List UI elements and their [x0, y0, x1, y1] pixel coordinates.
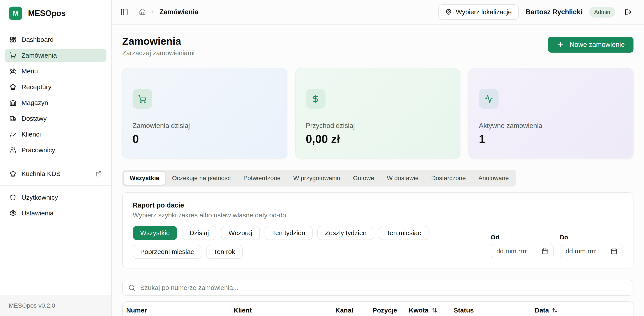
select-location-button[interactable]: Wybierz lokalizacje [438, 5, 519, 20]
range-this-month-button[interactable]: Ten miesiac [379, 226, 428, 240]
sort-arrows-icon [432, 307, 437, 313]
tab-delivered[interactable]: Dostarczone [426, 172, 472, 185]
stat-icon-box [479, 89, 498, 109]
range-all-button[interactable]: Wszystkie [133, 226, 177, 240]
breadcrumb-current: Zamówienia [160, 8, 198, 16]
date-from-label: Od [491, 234, 554, 241]
tab-in-delivery[interactable]: W dostawie [381, 172, 424, 185]
sidebar-item-users[interactable]: Uzytkownicy [5, 191, 106, 204]
stat-label: Zamowienia dzisiaj [132, 122, 277, 130]
shopping-cart-icon [138, 94, 147, 103]
calendar-icon[interactable] [542, 248, 548, 254]
search-icon [128, 284, 135, 291]
plus-icon [557, 41, 564, 49]
tab-in-preparation[interactable]: W przygotowaniu [288, 172, 346, 185]
sidebar-toggle-button[interactable] [118, 6, 130, 19]
warehouse-icon [10, 100, 16, 106]
orders-table-header: Numer Klient Kanal Pozycje Kwota Status … [123, 302, 633, 316]
dollar-icon [311, 94, 320, 103]
sidebar-item-deliveries[interactable]: Dostawy [5, 112, 106, 125]
logout-button[interactable] [622, 6, 635, 19]
tab-confirmed[interactable]: Potwierdzone [238, 172, 286, 185]
range-this-week-button[interactable]: Ten tydzien [264, 226, 313, 240]
shield-icon [10, 194, 16, 201]
date-to-input[interactable]: dd.mm.rrrr [560, 244, 623, 258]
chef-hat-icon [10, 84, 16, 90]
date-from-input[interactable]: dd.mm.rrrr [491, 244, 554, 258]
sidebar-item-label: Klienci [22, 131, 41, 138]
sidebar-item-orders[interactable]: Zamówienia [5, 49, 106, 62]
sidebar-item-warehouse[interactable]: Magazyn [5, 96, 106, 110]
sidebar-item-label: Menu [22, 68, 38, 75]
column-header-date-sort[interactable]: Data [535, 306, 630, 314]
column-header-label: Data [535, 306, 549, 314]
tab-ready[interactable]: Gotowe [348, 172, 380, 185]
quick-range-buttons: Wszystkie Dzisiaj Wczoraj Ten tydzien Ze… [133, 226, 483, 259]
app-logo: M [9, 7, 22, 20]
report-subtitle: Wybierz szybki zakres albo ustaw wlasne … [133, 211, 483, 219]
page-title: Zamowienia [122, 35, 194, 47]
sidebar: M MESOpos Dashboard Zamówienia Menu Rece… [0, 0, 112, 316]
sidebar-item-label: Pracownicy [22, 146, 55, 154]
column-header-label: Kwota [409, 306, 428, 314]
truck-icon [10, 115, 16, 122]
stat-card-active-orders: Aktywne zamowienia 1 [468, 68, 634, 158]
sidebar-item-dashboard[interactable]: Dashboard [5, 33, 106, 47]
sidebar-item-employees[interactable]: Pracownicy [5, 143, 106, 157]
date-from-group: Od dd.mm.rrrr [491, 234, 554, 258]
order-search-bar [122, 280, 634, 296]
gear-icon [10, 210, 16, 216]
sort-arrows-icon [552, 307, 558, 313]
utensils-crossed-icon [10, 68, 16, 75]
sidebar-item-label: Receptury [22, 83, 52, 91]
column-header-items: Pozycje [372, 306, 409, 314]
sidebar-item-settings[interactable]: Ustawienia [5, 206, 106, 220]
select-location-label: Wybierz lokalizacje [456, 8, 512, 16]
chevron-right-icon [150, 9, 156, 15]
sidebar-item-recipes[interactable]: Receptury [5, 80, 106, 94]
tab-all[interactable]: Wszystkie [124, 172, 165, 185]
sidebar-item-label: Dashboard [22, 36, 54, 43]
date-to-group: Do dd.mm.rrrr [560, 234, 623, 258]
stat-label: Aktywne zamowienia [479, 122, 623, 130]
new-order-button[interactable]: Nowe zamowienie [548, 37, 634, 53]
chef-hat-icon [10, 170, 16, 177]
column-header-number: Numer [126, 306, 234, 314]
activity-icon [484, 94, 493, 103]
page-subtitle: Zarzadzaj zamowieniami [122, 49, 194, 57]
sidebar-divider [0, 185, 111, 186]
sidebar-item-label: Magazyn [22, 99, 48, 107]
column-header-status: Status [454, 306, 535, 314]
sidebar-item-kitchen-kds[interactable]: Kuchnia KDS [5, 167, 106, 181]
report-title: Raport po dacie [133, 201, 483, 209]
sidebar-item-menu[interactable]: Menu [5, 65, 106, 78]
topbar-separator [133, 7, 133, 17]
range-today-button[interactable]: Dzisiaj [182, 226, 216, 240]
range-yesterday-button[interactable]: Wczoraj [221, 226, 260, 240]
orders-table: Numer Klient Kanal Pozycje Kwota Status … [122, 301, 634, 316]
range-previous-month-button[interactable]: Poprzedni miesiac [133, 245, 201, 259]
tab-awaiting-payment[interactable]: Oczekuje na płatność [166, 172, 236, 185]
page-title-block: Zamowienia Zarzadzaj zamowieniami [122, 34, 194, 57]
date-to-label: Do [560, 234, 623, 241]
range-last-week-button[interactable]: Zeszly tydzien [318, 226, 374, 240]
sidebar-item-customers[interactable]: Klienci [5, 128, 106, 141]
sidebar-nav: Dashboard Zamówienia Menu Receptury Maga… [0, 27, 111, 295]
new-order-label: Nowe zamowienie [570, 41, 625, 49]
range-this-year-button[interactable]: Ten rok [206, 245, 242, 259]
column-header-client: Klient [234, 306, 335, 314]
dashboard-icon [10, 36, 16, 43]
stats-cards: Zamowienia dzisiaj 0 Przychod dzisiaj 0,… [122, 68, 634, 158]
home-breadcrumb-link[interactable] [139, 9, 146, 16]
date-report-left: Raport po dacie Wybierz szybki zakres al… [133, 201, 483, 259]
column-header-amount-sort[interactable]: Kwota [409, 306, 454, 314]
sidebar-item-label: Zamówienia [22, 52, 57, 59]
stat-label: Przychod dzisiaj [306, 122, 450, 130]
stat-icon-box [306, 89, 326, 109]
sidebar-divider [0, 162, 111, 162]
panel-left-icon [120, 8, 128, 16]
calendar-icon[interactable] [611, 248, 617, 254]
date-report-card: Raport po dacie Wybierz szybki zakres al… [122, 192, 634, 268]
search-input[interactable] [140, 284, 627, 291]
tab-cancelled[interactable]: Anulowane [473, 172, 514, 185]
